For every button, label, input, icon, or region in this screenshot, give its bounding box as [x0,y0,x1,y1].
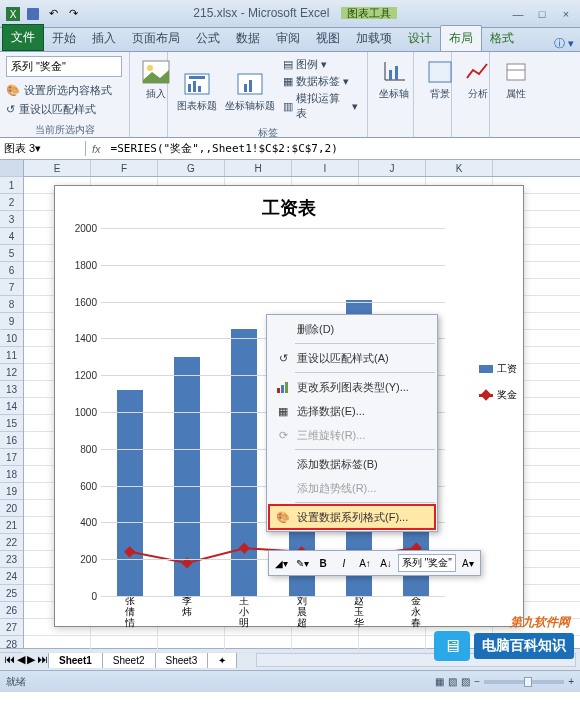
cm-change-chart-type[interactable]: 更改系列图表类型(Y)... [269,375,435,399]
row-header[interactable]: 24 [0,568,23,585]
col-header[interactable]: H [225,160,292,176]
row-header[interactable]: 28 [0,636,23,653]
prev-sheet-icon[interactable]: ◀ [17,653,25,666]
tab-home[interactable]: 开始 [44,26,84,51]
row-header[interactable]: 21 [0,517,23,534]
font-size-up-icon[interactable]: A↑ [356,554,374,572]
close-doc-icon[interactable]: × [558,6,574,22]
row-header[interactable]: 17 [0,449,23,466]
data-labels-button[interactable]: ▦数据标签▾ [280,73,361,90]
row-header[interactable]: 23 [0,551,23,568]
fill-color-icon[interactable]: ◢▾ [272,554,290,572]
zoom-in-icon[interactable]: + [568,676,574,687]
col-header[interactable]: G [158,160,225,176]
row-header[interactable]: 3 [0,211,23,228]
row-header[interactable]: 26 [0,602,23,619]
next-sheet-icon[interactable]: ▶ [27,653,35,666]
tab-review[interactable]: 审阅 [268,26,308,51]
chart-title-button[interactable]: 图表标题 [172,54,222,124]
format-selection-button[interactable]: 🎨设置所选内容格式 [6,81,123,100]
legend-item-bonus[interactable]: 奖金 [479,382,517,408]
row-header[interactable]: 10 [0,330,23,347]
col-header[interactable]: E [24,160,91,176]
help-icon[interactable]: ⓘ ▾ [548,36,580,51]
x-axis[interactable]: 张 倩 情李 炜王 小 明刘 晨 超赵 玉 华金 永 春 [101,595,445,628]
font-color-icon[interactable]: A▾ [459,554,477,572]
axis-titles-button[interactable]: 坐标轴标题 [222,54,278,124]
fx-icon[interactable]: fx [86,143,107,155]
cm-delete[interactable]: 删除(D) [269,317,435,341]
new-sheet-icon[interactable]: ✦ [207,652,237,668]
horizontal-scrollbar[interactable] [256,653,576,667]
row-header[interactable]: 16 [0,432,23,449]
tab-formulas[interactable]: 公式 [188,26,228,51]
legend-item-salary[interactable]: 工资 [479,356,517,382]
zoom-slider[interactable] [484,680,564,684]
tab-format[interactable]: 格式 [482,26,522,51]
save-icon[interactable] [24,5,42,23]
row-header[interactable]: 1 [0,177,23,194]
col-header[interactable]: F [91,160,158,176]
chart-title[interactable]: 工资表 [55,186,523,224]
row-header[interactable]: 8 [0,296,23,313]
outline-color-icon[interactable]: ✎▾ [293,554,311,572]
formula-input[interactable]: =SERIES("奖金",,Sheet1!$C$2:$C$7,2) [107,141,580,156]
sheet-tab-2[interactable]: Sheet2 [102,652,156,668]
view-page-icon[interactable]: ▧ [448,676,457,687]
undo-icon[interactable]: ↶ [44,5,62,23]
tab-insert[interactable]: 插入 [84,26,124,51]
col-header[interactable]: I [292,160,359,176]
name-box[interactable]: 图表 3 ▾ [0,141,86,156]
sheet-tab-1[interactable]: Sheet1 [48,652,103,668]
tab-design[interactable]: 设计 [400,26,440,51]
reset-style-button[interactable]: ↺重设以匹配样式 [6,100,123,119]
sheet-tab-3[interactable]: Sheet3 [155,652,209,668]
first-sheet-icon[interactable]: ⏮ [4,653,15,666]
legend[interactable]: 工资 奖金 [479,356,517,408]
row-header[interactable]: 2 [0,194,23,211]
series-selector[interactable]: 系列 "奖金" [398,554,456,572]
view-normal-icon[interactable]: ▦ [435,676,444,687]
select-all[interactable] [0,160,23,177]
axes-button[interactable]: 坐标轴 [372,54,416,101]
tab-data[interactable]: 数据 [228,26,268,51]
chart-element-selector[interactable]: 系列 "奖金" [6,56,122,77]
font-size-down-icon[interactable]: A↓ [377,554,395,572]
restore-doc-icon[interactable]: □ [534,6,550,22]
cm-select-data[interactable]: ▦选择数据(E)... [269,399,435,423]
view-break-icon[interactable]: ▨ [461,676,470,687]
italic-button[interactable]: I [335,554,353,572]
row-header[interactable]: 27 [0,619,23,636]
tab-addins[interactable]: 加载项 [348,26,400,51]
row-header[interactable]: 12 [0,364,23,381]
zoom-out-icon[interactable]: − [474,676,480,687]
row-header[interactable]: 19 [0,483,23,500]
minimize-doc-icon[interactable]: — [510,6,526,22]
row-header[interactable]: 13 [0,381,23,398]
tab-page-layout[interactable]: 页面布局 [124,26,188,51]
row-header[interactable]: 9 [0,313,23,330]
tab-file[interactable]: 文件 [2,24,44,51]
excel-icon[interactable]: X [4,5,22,23]
cm-add-data-labels[interactable]: 添加数据标签(B) [269,452,435,476]
properties-button[interactable]: 属性 [494,54,538,101]
cm-reset-style[interactable]: ↺重设以匹配样式(A) [269,346,435,370]
tab-view[interactable]: 视图 [308,26,348,51]
row-header[interactable]: 5 [0,245,23,262]
redo-icon[interactable]: ↷ [64,5,82,23]
row-header[interactable]: 14 [0,398,23,415]
tab-layout[interactable]: 布局 [440,25,482,51]
row-header[interactable]: 22 [0,534,23,551]
row-header[interactable]: 25 [0,585,23,602]
row-header[interactable]: 18 [0,466,23,483]
last-sheet-icon[interactable]: ⏭ [37,653,48,666]
y-axis[interactable]: 0200400600800100012001400160018002000 [63,228,97,596]
bold-button[interactable]: B [314,554,332,572]
row-header[interactable]: 15 [0,415,23,432]
row-header[interactable]: 6 [0,262,23,279]
col-header[interactable]: K [426,160,493,176]
col-header[interactable]: J [359,160,426,176]
row-header[interactable]: 20 [0,500,23,517]
cm-format-data-series[interactable]: 🎨设置数据系列格式(F)... [269,505,435,529]
row-header[interactable]: 11 [0,347,23,364]
